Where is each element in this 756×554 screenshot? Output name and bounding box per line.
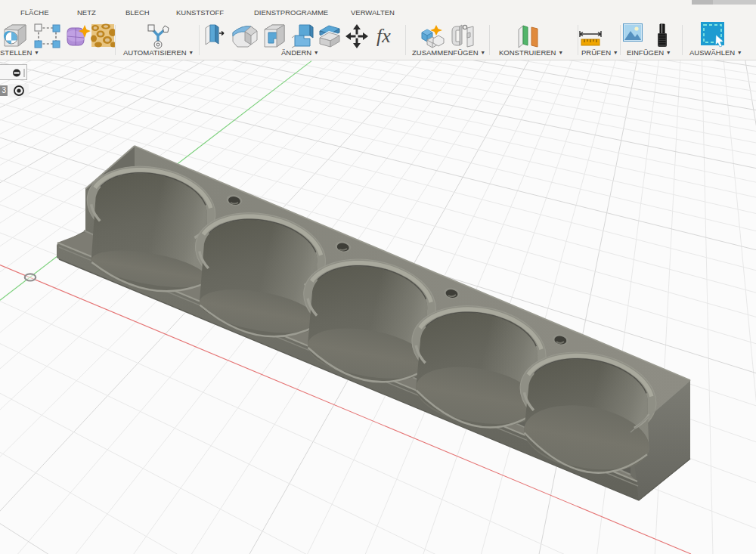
svg-text:fx: fx <box>376 26 391 47</box>
